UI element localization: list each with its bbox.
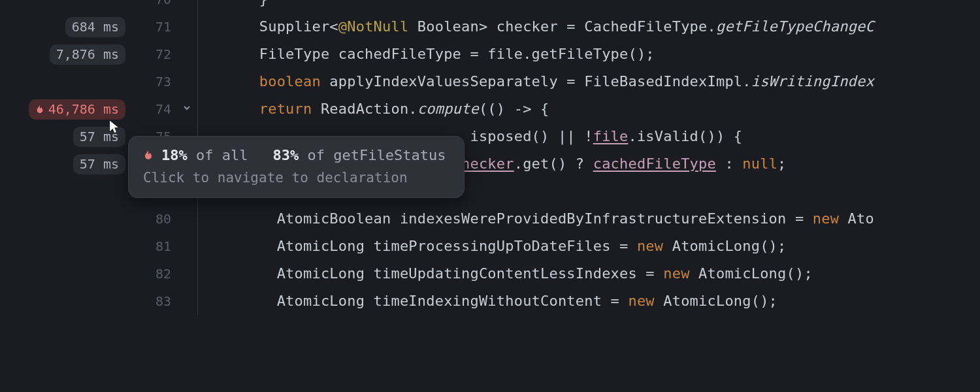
code-content[interactable]: Supplier<@NotNull Boolean> checker = Cac… <box>198 13 980 41</box>
profiler-gutter-cell: 7,876 ms <box>0 44 131 65</box>
profiler-gutter-cell: 684 ms <box>0 17 131 37</box>
code-token: FileType cachedFileType = file.getFileTy… <box>259 46 655 62</box>
code-token: boolean <box>259 73 321 90</box>
profiler-time-value: 7,876 ms <box>56 46 119 62</box>
line-number[interactable]: 81 <box>131 233 176 260</box>
code-token: getFileTypeChangeC <box>716 18 874 35</box>
code-token: compute <box>417 101 479 117</box>
code-token: new <box>628 293 654 309</box>
profiler-time-value: 57 ms <box>80 156 119 172</box>
popup-of-all-label: of all <box>196 147 248 163</box>
code-content[interactable]: AtomicLong timeProcessingUpToDateFiles =… <box>198 233 980 260</box>
code-token: AtomicLong(); <box>663 238 786 254</box>
profiler-gutter-cell: 57 ms <box>0 154 131 174</box>
code-token: AtomicBoolean indexesWereProvidedByInfra… <box>277 210 813 227</box>
popup-pct-all: 18% <box>161 147 188 163</box>
code-token: (() -> { <box>479 101 549 117</box>
code-identifier-link[interactable]: file <box>593 128 629 144</box>
code-token: : <box>716 155 742 172</box>
code-token: applyIndexValuesSeparately = FileBasedIn… <box>321 73 751 90</box>
line-number[interactable]: 72 <box>131 41 176 68</box>
profiler-time-chip-hot[interactable]: 46,786 ms <box>29 99 125 120</box>
profiler-tooltip[interactable]: 18% of all 83% of getFileStatus Click to… <box>128 136 465 198</box>
code-token: AtomicLong(); <box>655 293 777 309</box>
code-content[interactable]: return ReadAction.compute(() -> { <box>198 95 980 123</box>
code-token: .isValid()) { <box>628 128 742 144</box>
line-number[interactable]: 82 <box>131 260 176 287</box>
code-line[interactable]: 82 AtomicLong timeUpdatingContentLessInd… <box>0 260 980 287</box>
code-token: null <box>742 155 777 172</box>
code-line[interactable]: 684 ms71 Supplier<@NotNull Boolean> chec… <box>0 13 980 41</box>
code-line[interactable]: 80 AtomicBoolean indexesWereProvidedByIn… <box>0 205 980 233</box>
code-token: AtomicLong timeIndexingWithoutContent = <box>277 293 629 309</box>
code-token: Boolean> checker = CachedFileType. <box>408 18 716 35</box>
popup-hint: Click to navigate to declaration <box>143 170 446 186</box>
popup-pct-method: 83% <box>272 147 299 163</box>
code-line[interactable]: 46,786 ms74 return ReadAction.compute(()… <box>0 95 980 123</box>
profiler-gutter-cell: 46,786 ms <box>0 99 131 120</box>
code-token: isWritingIndex <box>751 73 874 90</box>
fold-gutter-cell <box>176 95 197 123</box>
popup-of-method-label: of getFileStatus <box>307 147 446 163</box>
profiler-time-chip[interactable]: 684 ms <box>65 17 125 37</box>
code-token: Ato <box>839 210 874 227</box>
chevron-down-icon[interactable] <box>182 103 191 115</box>
code-content[interactable]: AtomicLong timeIndexingWithoutContent = … <box>198 287 980 315</box>
flame-icon <box>143 150 154 161</box>
code-token: .get() ? <box>514 155 593 172</box>
line-number[interactable]: 80 <box>131 205 176 233</box>
line-number[interactable]: 74 <box>131 95 176 123</box>
line-number[interactable]: 73 <box>131 68 176 95</box>
code-token: Supplier< <box>259 18 338 35</box>
line-number[interactable]: 71 <box>131 13 176 41</box>
code-token: ReadAction. <box>312 101 417 117</box>
profiler-time-chip[interactable]: 7,876 ms <box>50 44 125 65</box>
code-token: new <box>637 238 663 254</box>
code-token: new <box>663 265 689 282</box>
code-content[interactable]: AtomicLong timeUpdatingContentLessIndexe… <box>198 260 980 287</box>
line-number[interactable]: 70 <box>131 0 176 13</box>
line-number[interactable]: 83 <box>131 287 176 315</box>
code-token: new <box>813 210 839 227</box>
code-token: AtomicLong timeUpdatingContentLessIndexe… <box>277 265 664 282</box>
code-content[interactable]: } <box>198 0 980 13</box>
code-token: } <box>259 0 268 7</box>
code-token: AtomicLong(); <box>690 265 813 282</box>
code-identifier-link[interactable]: cachedFileType <box>593 155 716 172</box>
code-content[interactable]: AtomicBoolean indexesWereProvidedByInfra… <box>198 205 980 233</box>
profiler-time-value: 684 ms <box>72 19 119 35</box>
code-token: return <box>259 101 312 117</box>
code-token: ; <box>777 155 786 172</box>
code-line[interactable]: 83 AtomicLong timeIndexingWithoutContent… <box>0 287 980 315</box>
code-token: @NotNull <box>338 18 409 35</box>
code-token: AtomicLong timeProcessingUpToDateFiles = <box>277 238 637 254</box>
flame-icon <box>35 104 44 114</box>
profiler-time-chip[interactable]: 57 ms <box>73 154 125 174</box>
profiler-time-value: 57 ms <box>80 129 119 144</box>
profiler-gutter-cell: 57 ms <box>0 127 131 147</box>
code-line[interactable]: 70 } <box>0 0 980 13</box>
code-content[interactable]: FileType cachedFileType = file.getFileTy… <box>198 41 980 68</box>
profiler-time-chip[interactable]: 57 ms <box>73 127 125 147</box>
code-content[interactable]: boolean applyIndexValuesSeparately = Fil… <box>198 68 980 95</box>
code-line[interactable]: 81 AtomicLong timeProcessingUpToDateFile… <box>0 233 980 260</box>
code-token: isposed() || ! <box>470 128 593 144</box>
code-line[interactable]: 7,876 ms72 FileType cachedFileType = fil… <box>0 41 980 68</box>
code-line[interactable]: 73 boolean applyIndexValuesSeparately = … <box>0 68 980 95</box>
profiler-time-value: 46,786 ms <box>48 101 119 117</box>
